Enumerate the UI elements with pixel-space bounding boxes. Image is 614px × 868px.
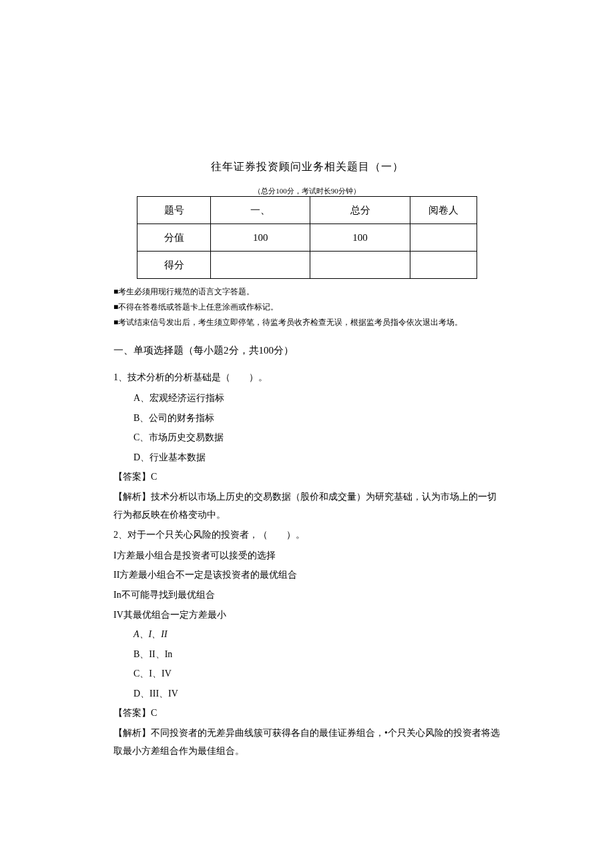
answer-label: 【答案】C xyxy=(113,468,501,486)
table-row: 题号 一、 总分 阅卷人 xyxy=(137,197,477,224)
document-title: 往年证券投资顾问业务相关题目（一） xyxy=(113,160,501,174)
explanation: 【解析】技术分析以市场上历史的交易数据（股价和成交量）为研究基础，认为市场上的一… xyxy=(113,488,501,524)
note-item: ■考试结束信号发出后，考生须立即停笔，待监考员收齐检查无误，根据监考员指令依次退… xyxy=(113,315,501,330)
document-subtitle: （总分100分，考试时长90分钟） xyxy=(113,186,501,196)
option-text: A、I、II xyxy=(133,629,168,639)
question-stem: 2、对于一个只关心风险的投资者，（ ）。 xyxy=(113,526,501,544)
cell-value: 阅卷人 xyxy=(410,197,477,224)
table-row: 得分 xyxy=(137,252,477,279)
option-c: C、市场历史交易数据 xyxy=(133,429,501,447)
document-page: 往年证券投资顾问业务相关题目（一） （总分100分，考试时长90分钟） 题号 一… xyxy=(0,0,614,815)
cell-value: 100 xyxy=(310,224,410,252)
cell-value: 总分 xyxy=(310,197,410,224)
option-c: C、I、IV xyxy=(133,665,501,683)
cell-value: 一、 xyxy=(211,197,310,224)
statement-3: In不可能寻找到最优组合 xyxy=(113,586,501,604)
option-a: A、I、II xyxy=(133,626,501,644)
option-a: A、宏观经济运行指标 xyxy=(133,390,501,408)
score-table: 题号 一、 总分 阅卷人 分值 100 100 得分 xyxy=(137,196,477,279)
option-b: B、II、In xyxy=(133,646,501,664)
cell-value xyxy=(211,252,310,279)
note-item: ■考生必须用现行规范的语言文字答题。 xyxy=(113,284,501,300)
exam-notes: ■考生必须用现行规范的语言文字答题。 ■不得在答卷纸或答题卡上任意涂画或作标记。… xyxy=(113,284,501,330)
cell-value xyxy=(410,252,477,279)
answer-label: 【答案】C xyxy=(113,705,501,723)
cell-value xyxy=(310,252,410,279)
statement-2: II方差最小组合不一定是该投资者的最优组合 xyxy=(113,566,501,584)
question-2: 2、对于一个只关心风险的投资者，（ ）。 I方差最小组合是投资者可以接受的选择 … xyxy=(113,526,501,760)
option-b: B、公司的财务指标 xyxy=(133,410,501,428)
cell-value: 100 xyxy=(211,224,310,252)
note-item: ■不得在答卷纸或答题卡上任意涂画或作标记。 xyxy=(113,300,501,315)
section-heading: 一、单项选择题（每小题2分，共100分） xyxy=(113,344,501,357)
question-1: 1、技术分析的分析基础是（ ）。 A、宏观经济运行指标 B、公司的财务指标 C、… xyxy=(113,369,501,524)
cell-label: 得分 xyxy=(137,252,211,279)
table-row: 分值 100 100 xyxy=(137,224,477,252)
statement-4: IV其最优组合一定方差最小 xyxy=(113,606,501,624)
cell-value xyxy=(410,224,477,252)
option-d: D、行业基本数据 xyxy=(133,449,501,467)
cell-label: 题号 xyxy=(137,197,211,224)
option-d: D、III、IV xyxy=(133,685,501,703)
statement-1: I方差最小组合是投资者可以接受的选择 xyxy=(113,547,501,565)
question-options: A、I、II B、II、In C、I、IV D、III、IV xyxy=(113,626,501,703)
cell-label: 分值 xyxy=(137,224,211,252)
question-stem: 1、技术分析的分析基础是（ ）。 xyxy=(113,369,501,387)
question-options: A、宏观经济运行指标 B、公司的财务指标 C、市场历史交易数据 D、行业基本数据 xyxy=(113,390,501,466)
explanation: 【解析】不同投资者的无差异曲线簇可获得各自的最佳证券组合，•个只关心风险的投资者… xyxy=(113,725,501,760)
